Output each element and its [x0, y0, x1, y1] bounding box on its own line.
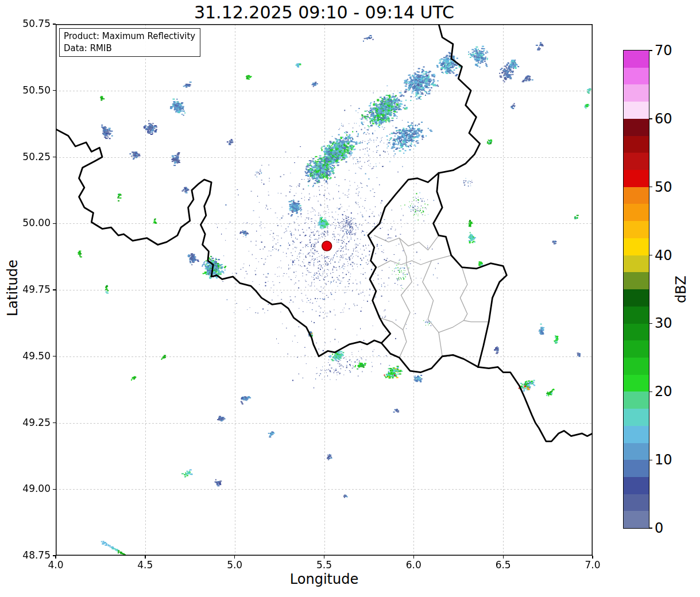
colorbar-tick-mark — [649, 118, 652, 119]
x-tick-label: 4.0 — [38, 559, 73, 571]
y-tick-label: 50.50 — [0, 84, 51, 96]
colorbar-tick-mark — [649, 391, 652, 392]
y-tick-label: 49.75 — [0, 284, 51, 295]
colorbar-tick-label: 30 — [655, 315, 689, 332]
x-tick-label: 5.0 — [218, 559, 252, 571]
colorbar-segment — [624, 443, 649, 460]
colorbar-segment — [624, 375, 649, 392]
colorbar-segment — [624, 119, 649, 136]
colorbar-tick-mark — [649, 460, 652, 460]
colorbar-label: dBZ — [672, 263, 690, 315]
x-tick-mark — [145, 556, 145, 559]
y-tick-mark — [53, 24, 56, 24]
colorbar-segment — [624, 187, 649, 204]
colorbar-segment — [624, 391, 649, 409]
colorbar-segment — [624, 51, 649, 68]
colorbar-segment — [624, 340, 649, 358]
colorbar-segment — [624, 272, 649, 289]
product-info-box: Product: Maximum Reflectivity Data: RMIB — [59, 28, 200, 57]
y-tick-mark — [53, 157, 56, 157]
colorbar-tick-label: 0 — [655, 520, 689, 537]
y-tick-mark — [53, 289, 56, 290]
x-tick-mark — [234, 556, 235, 559]
y-tick-mark — [53, 90, 56, 91]
colorbar-segment — [624, 153, 649, 170]
colorbar-tick-label: 10 — [655, 451, 689, 468]
colorbar-segment — [624, 358, 649, 375]
colorbar-segment — [624, 426, 649, 443]
map-plot-area — [56, 24, 593, 556]
x-tick-mark — [413, 556, 414, 559]
colorbar-tick-mark — [649, 255, 652, 255]
x-tick-mark — [503, 556, 504, 559]
colorbar-tick-label: 40 — [655, 247, 689, 264]
y-tick-label: 50.25 — [0, 151, 51, 162]
y-tick-label: 49.25 — [0, 417, 51, 428]
y-tick-mark — [53, 356, 56, 356]
radar-figure: 31.12.2025 09:10 - 09:14 UTC Product: Ma… — [0, 0, 700, 597]
data-source-line: Data: RMIB — [64, 42, 195, 55]
colorbar-tick-label: 20 — [655, 383, 689, 400]
chart-title: 31.12.2025 09:10 - 09:14 UTC — [56, 3, 593, 22]
y-tick-label: 49.50 — [0, 350, 51, 362]
x-tick-label: 6.0 — [396, 559, 431, 571]
y-tick-label: 48.75 — [0, 549, 51, 561]
colorbar-segment — [624, 289, 649, 307]
colorbar-segment — [624, 221, 649, 238]
colorbar-segment — [624, 307, 649, 324]
colorbar-segment — [624, 84, 649, 102]
y-tick-mark — [53, 223, 56, 224]
colorbar-tick-mark — [649, 187, 652, 187]
y-tick-mark — [53, 422, 56, 423]
colorbar-segment — [624, 477, 649, 494]
y-tick-label: 50.00 — [0, 217, 51, 228]
x-tick-mark — [592, 556, 593, 559]
colorbar-tick-label: 70 — [655, 42, 689, 59]
colorbar-segment — [624, 255, 649, 273]
colorbar-segment — [624, 204, 649, 221]
radar-map-canvas — [56, 24, 593, 556]
colorbar-segment — [624, 511, 649, 528]
colorbar-tick-label: 50 — [655, 179, 689, 196]
y-tick-label: 49.00 — [0, 483, 51, 494]
colorbar-segment — [624, 238, 649, 255]
colorbar-tick-mark — [649, 323, 652, 324]
y-tick-mark — [53, 489, 56, 490]
x-tick-label: 6.5 — [486, 559, 520, 571]
colorbar-segment — [624, 409, 649, 426]
colorbar-tick-mark — [649, 528, 652, 528]
colorbar-segment — [624, 170, 649, 187]
colorbar-tick-label: 60 — [655, 110, 689, 127]
x-axis-label: Longitude — [56, 571, 593, 587]
y-tick-label: 50.75 — [0, 18, 51, 29]
colorbar-segment — [624, 136, 649, 153]
x-tick-mark — [324, 556, 324, 559]
product-info-line: Product: Maximum Reflectivity — [64, 30, 195, 42]
colorbar-segment — [624, 324, 649, 341]
y-tick-mark — [53, 555, 56, 556]
colorbar-segment — [624, 68, 649, 85]
colorbar-segment — [624, 494, 649, 511]
colorbar — [624, 51, 649, 528]
x-tick-mark — [55, 556, 56, 559]
colorbar-segment — [624, 460, 649, 477]
x-tick-label: 7.0 — [575, 559, 610, 571]
x-tick-label: 5.5 — [307, 559, 342, 571]
x-tick-label: 4.5 — [128, 559, 163, 571]
colorbar-segment — [624, 102, 649, 119]
colorbar-tick-mark — [649, 50, 652, 51]
